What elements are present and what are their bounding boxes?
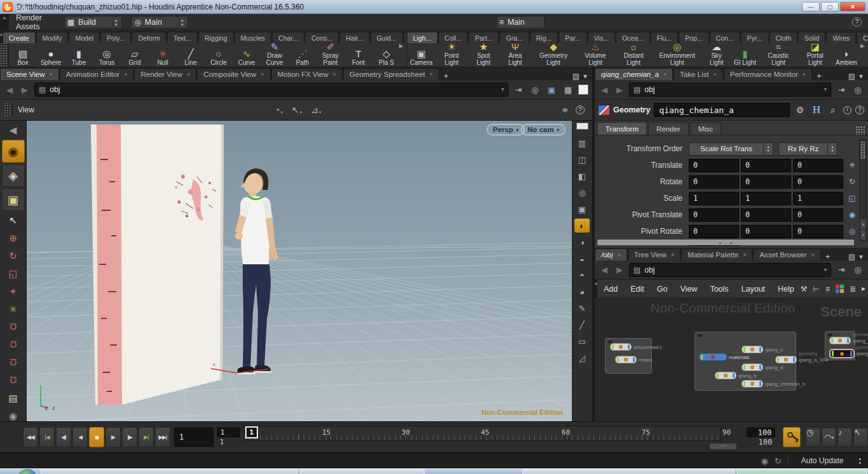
color-palette-icon[interactable] bbox=[836, 285, 844, 293]
shelf-tab[interactable]: Gra... bbox=[499, 32, 529, 43]
realtime-toggle-icon[interactable] bbox=[806, 428, 820, 447]
tab-overflow-grip[interactable] bbox=[855, 126, 865, 135]
handle-icon[interactable]: ✳ bbox=[845, 161, 859, 170]
headlight-icon[interactable]: ◑ bbox=[574, 235, 590, 249]
protractor-icon[interactable]: ◿ bbox=[574, 351, 590, 365]
shelf-set-combo[interactable]: Build bbox=[64, 16, 123, 29]
caustic-light-tool-icon[interactable]: ≈Caustic Light bbox=[759, 43, 797, 67]
play-reverse-button[interactable]: ◀ bbox=[72, 427, 88, 447]
param-y-field[interactable]: 0 bbox=[741, 175, 791, 189]
close-tab-icon[interactable] bbox=[663, 72, 667, 78]
houdini-expressions-icon[interactable]: H bbox=[810, 104, 823, 116]
close-tab-icon[interactable] bbox=[713, 72, 716, 78]
nav-back-icon[interactable] bbox=[4, 86, 15, 94]
context-help-icon[interactable]: ? bbox=[852, 17, 862, 27]
add-pane-tab-icon[interactable] bbox=[822, 252, 834, 261]
path-dropdown-icon[interactable] bbox=[824, 267, 827, 273]
snap-curve-icon[interactable]: Ω bbox=[3, 337, 24, 353]
desktop-combo[interactable]: Main bbox=[496, 16, 545, 29]
snap-grid-icon[interactable]: Ω bbox=[3, 319, 24, 335]
shelf-tab[interactable]: Rigging bbox=[198, 32, 234, 43]
shelf-tab[interactable]: Hair... bbox=[339, 32, 369, 43]
recook-icon[interactable] bbox=[775, 457, 782, 465]
draw-curve-tool-icon[interactable]: ✎Draw Curve bbox=[261, 43, 288, 67]
param-z-field[interactable]: 0 bbox=[793, 175, 843, 189]
pencil-annotate-icon[interactable]: ✎ bbox=[574, 301, 590, 315]
close-tab-icon[interactable] bbox=[261, 72, 264, 78]
scale-tool-icon[interactable]: ◱ bbox=[3, 266, 24, 282]
network-menu-item[interactable]: Go bbox=[651, 285, 674, 294]
spinner-icon[interactable] bbox=[828, 142, 837, 156]
horizontal-scrollbar[interactable] bbox=[597, 240, 854, 245]
taskbar-button[interactable] bbox=[300, 469, 424, 474]
network-menu-item[interactable]: Tools bbox=[703, 285, 735, 294]
display-options-icon[interactable]: ◓ bbox=[574, 268, 590, 282]
help-icon[interactable]: ? bbox=[855, 105, 864, 114]
node-type-icon[interactable] bbox=[599, 105, 609, 115]
network-node[interactable]: materials bbox=[699, 353, 727, 361]
pane-tab[interactable]: Animation Editor bbox=[60, 68, 134, 80]
split-columns-icon[interactable] bbox=[562, 106, 568, 114]
nav-forward-icon[interactable] bbox=[614, 86, 625, 94]
network-menu-item[interactable]: View bbox=[674, 285, 704, 294]
param-x-field[interactable]: 0 bbox=[689, 175, 739, 189]
close-tab-icon[interactable] bbox=[124, 72, 127, 78]
outline-icon[interactable] bbox=[850, 285, 856, 293]
handle-icon[interactable]: ◱ bbox=[845, 194, 859, 203]
pane-tab[interactable]: Take List bbox=[674, 68, 723, 80]
show-geometry-mode-icon[interactable]: ◈ bbox=[2, 164, 25, 187]
pane-tab[interactable]: Motion FX View bbox=[271, 68, 343, 80]
network-node[interactable]: geometryqiang_c_02 bbox=[829, 337, 851, 344]
pane-tab[interactable]: Geometry Spreadsheet bbox=[343, 68, 439, 80]
null-tool-icon[interactable]: ✳Null bbox=[149, 43, 177, 67]
lock-camera-icon[interactable]: ◧ bbox=[574, 169, 590, 183]
shelf-tab[interactable]: Vis... bbox=[588, 32, 615, 43]
pane-grip-icon[interactable] bbox=[0, 14, 9, 30]
info-icon[interactable] bbox=[843, 106, 851, 114]
ruler-scroll-handle[interactable]: ⋯ bbox=[710, 444, 736, 449]
pane-menu-icon[interactable] bbox=[859, 72, 863, 80]
transform-handles-icon[interactable]: ✳ bbox=[3, 301, 24, 318]
audio-options-icon[interactable] bbox=[837, 428, 852, 447]
shelf-tab[interactable]: Poly... bbox=[100, 32, 131, 43]
network-menu-item[interactable]: Add bbox=[597, 285, 624, 294]
close-tab-icon[interactable] bbox=[50, 72, 53, 78]
default-lighting-icon[interactable]: ◐ bbox=[574, 219, 590, 233]
shelf-tab[interactable]: Pyr... bbox=[741, 32, 769, 43]
shelf-tab[interactable]: Ocea... bbox=[616, 32, 650, 43]
platonic-solids-tool-icon[interactable]: ◇Pla S bbox=[372, 43, 399, 67]
sky-light-tool-icon[interactable]: ☁Sky Light bbox=[702, 43, 731, 67]
next-frame-button[interactable]: |▶ bbox=[122, 427, 137, 447]
grid-tool-icon[interactable]: ▱Grid bbox=[121, 43, 149, 67]
jump-to-start-button[interactable]: ◀◀ bbox=[23, 427, 38, 447]
network-node[interactable]: geometryqiang_a_004 bbox=[775, 356, 797, 363]
knife-icon[interactable]: ╱ bbox=[574, 318, 590, 332]
select-tool-icon[interactable]: ↖ bbox=[3, 212, 24, 229]
maximize-button[interactable]: ▢ bbox=[821, 2, 839, 11]
camera-select-button[interactable]: No cam bbox=[521, 124, 566, 135]
close-tab-icon[interactable] bbox=[671, 252, 674, 258]
parameter-tab[interactable]: Render bbox=[648, 122, 689, 135]
path-combo[interactable]: obj bbox=[34, 83, 508, 97]
spinner-icon[interactable] bbox=[179, 18, 186, 27]
network-menu-item[interactable]: Help bbox=[771, 285, 801, 294]
vertical-scrollbar[interactable] bbox=[859, 139, 867, 241]
parameter-tab[interactable]: Transform bbox=[597, 122, 647, 135]
scrub-options-icon[interactable] bbox=[853, 428, 868, 447]
path-dropdown-icon[interactable] bbox=[824, 87, 827, 92]
font-tool-icon[interactable]: TFont bbox=[344, 43, 372, 67]
torus-tool-icon[interactable]: ◎Torus bbox=[93, 43, 121, 67]
camera-tool-icon[interactable]: ▣Camera bbox=[407, 43, 435, 67]
ruler-icon[interactable]: ▭ bbox=[574, 334, 590, 348]
shelf-tab[interactable]: Flu... bbox=[651, 32, 678, 43]
pane-tab[interactable]: Asset Browser bbox=[753, 248, 820, 261]
parameter-tab[interactable]: Misc bbox=[690, 122, 722, 135]
network-node[interactable]: qiang_b bbox=[715, 372, 736, 379]
nav-back-icon[interactable] bbox=[599, 86, 610, 94]
nav-back-icon[interactable] bbox=[599, 266, 610, 274]
nav-forward-icon[interactable] bbox=[19, 86, 31, 94]
pane-tab[interactable]: Tree View bbox=[628, 248, 681, 261]
stop-button[interactable]: ■ bbox=[89, 427, 104, 447]
shelf-tab[interactable]: Cro... bbox=[857, 32, 868, 43]
view-pivot-icon[interactable]: ◎ bbox=[574, 186, 590, 200]
